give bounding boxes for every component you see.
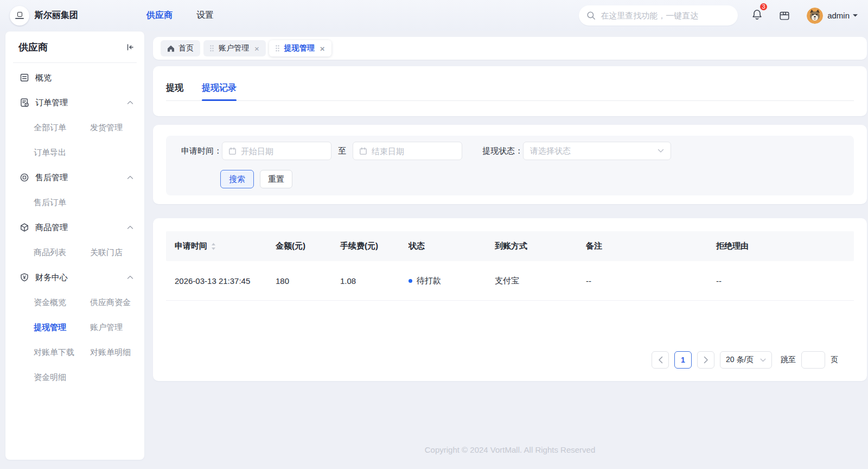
col-status: 状态	[409, 241, 495, 251]
withdraw-status-label: 提现状态：	[482, 146, 523, 156]
user-avatar[interactable]	[807, 8, 823, 24]
table-row[interactable]: 2026-03-13 21:37:45 180 1.08 待打款 支付宝 -- …	[166, 261, 854, 301]
col-note: 备注	[586, 241, 716, 251]
chevron-up-icon[interactable]	[127, 275, 133, 280]
workbench-store-button[interactable]	[778, 10, 790, 22]
collapse-icon	[126, 43, 135, 52]
sidebar-collapse-button[interactable]	[126, 43, 135, 52]
brand-logo	[10, 6, 29, 26]
sidebar-item-overview[interactable]: 概览	[5, 65, 144, 90]
cell-amount: 180	[276, 276, 340, 286]
cell-note: --	[586, 276, 716, 286]
sidebar-item-finance-center[interactable]: 财务中心	[5, 265, 144, 290]
sidebar-subitem-shipping[interactable]: 发货管理	[90, 115, 144, 140]
start-date-input[interactable]	[241, 147, 325, 156]
header-right: 3 admin	[579, 5, 858, 26]
chevron-up-icon[interactable]	[127, 175, 133, 180]
end-date-picker[interactable]	[353, 142, 462, 160]
sidebar-menu: 概览 订单管理 全部订单 发货管理 订单导出 售	[5, 63, 144, 390]
finance-center-icon	[20, 272, 29, 282]
tab-withdraw-records[interactable]: 提现记录	[202, 83, 237, 100]
col-reject-reason: 拒绝理由	[716, 241, 854, 251]
copyright-footer: Copyright © 2024 VortMall. All Rights Re…	[153, 445, 867, 454]
col-amount: 金额(元)	[276, 241, 340, 251]
withdraw-tabs-card: 提现 提现记录	[153, 66, 867, 116]
sidebar-subitem-account-management[interactable]: 账户管理	[90, 315, 144, 340]
sidebar: 供应商 概览 订单管	[5, 31, 144, 460]
sidebar-subitem-funds-detail[interactable]: 资金明细	[34, 365, 90, 390]
tab-withdraw[interactable]: 提现	[166, 83, 183, 100]
prev-page-button[interactable]	[652, 351, 669, 369]
sidebar-subitem-supplier-funds[interactable]: 供应商资金	[90, 290, 144, 315]
top-header: 斯尔丽集团 供应商 设置 3	[0, 0, 868, 31]
user-name[interactable]: admin	[827, 11, 850, 20]
brand-name: 斯尔丽集团	[35, 10, 78, 21]
sidebar-subitem-after-sale-orders[interactable]: 售后订单	[34, 190, 90, 215]
home-icon	[167, 45, 175, 52]
user-menu-caret-icon[interactable]	[852, 14, 858, 17]
apply-time-label: 申请时间：	[181, 146, 222, 156]
breadcrumb: 首页 账户管理 × 提现管理 ×	[153, 37, 867, 60]
chevron-down-icon	[658, 149, 664, 153]
page-unit-label: 页	[831, 355, 838, 365]
cell-apply-time: 2026-03-13 21:37:45	[175, 276, 276, 286]
table-header-row: 申请时间 金额(元) 手续费(元) 状态 到账方式 备注 拒绝理由	[166, 231, 854, 261]
filter-card: 申请时间： 至 提现状态： 请选择状态	[153, 125, 867, 204]
page-size-select[interactable]: 20 条/页	[720, 351, 772, 369]
close-icon[interactable]: ×	[320, 45, 325, 53]
nav-item-settings[interactable]: 设置	[196, 10, 214, 21]
main-content: 首页 账户管理 × 提现管理 × 提现 提现记录 申请时间：	[153, 31, 867, 454]
jump-to-page-input[interactable]	[801, 351, 825, 369]
breadcrumb-tab-home[interactable]: 首页	[161, 40, 200, 56]
chevron-up-icon[interactable]	[127, 100, 133, 105]
end-date-input[interactable]	[372, 147, 456, 156]
sidebar-subitem-order-export[interactable]: 订单导出	[34, 140, 90, 165]
to-label: 至	[338, 146, 346, 156]
search-input[interactable]	[601, 11, 730, 20]
chevron-up-icon[interactable]	[127, 225, 133, 230]
filter-panel: 申请时间： 至 提现状态： 请选择状态	[166, 136, 854, 195]
nav-item-supplier[interactable]: 供应商	[146, 10, 173, 21]
global-search[interactable]	[579, 5, 738, 26]
drag-handle-icon[interactable]	[210, 45, 214, 52]
breadcrumb-tab-withdrawal-management[interactable]: 提现管理 ×	[269, 40, 331, 56]
withdraw-records-table-card: 申请时间 金额(元) 手续费(元) 状态 到账方式 备注 拒绝理由 2026-0…	[153, 218, 867, 381]
sidebar-item-product-management[interactable]: 商品管理	[5, 215, 144, 240]
next-page-button[interactable]	[697, 351, 714, 369]
order-management-icon	[20, 98, 29, 107]
sort-icon[interactable]	[211, 243, 216, 250]
calendar-icon	[359, 147, 367, 155]
sidebar-subitem-funds-overview[interactable]: 资金概览	[34, 290, 90, 315]
sidebar-subitem-product-list[interactable]: 商品列表	[34, 240, 90, 265]
sidebar-subitem-withdrawal-management[interactable]: 提现管理	[34, 315, 90, 340]
chevron-down-icon	[760, 358, 766, 362]
store-icon	[778, 10, 790, 22]
chevron-left-icon	[658, 356, 663, 364]
sidebar-subitem-statement-download[interactable]: 对账单下载	[34, 340, 90, 365]
close-icon[interactable]: ×	[254, 45, 259, 53]
withdraw-status-select[interactable]: 请选择状态	[523, 142, 671, 160]
overview-icon	[20, 73, 29, 83]
cell-reject-reason: --	[716, 276, 854, 286]
col-method: 到账方式	[495, 241, 586, 251]
page-number-button[interactable]: 1	[674, 351, 692, 369]
sidebar-subitem-statement-detail[interactable]: 对账单明细	[90, 340, 144, 365]
sidebar-title: 供应商	[18, 41, 48, 54]
drag-handle-icon[interactable]	[276, 45, 279, 52]
search-icon	[586, 11, 596, 20]
reset-button[interactable]: 重置	[260, 170, 292, 188]
breadcrumb-tab-account-management[interactable]: 账户管理 ×	[203, 40, 266, 56]
pagination: 1 20 条/页 跳至 页	[652, 351, 838, 369]
sidebar-subitem-all-orders[interactable]: 全部订单	[34, 115, 90, 140]
status-dot	[409, 279, 412, 283]
top-nav: 供应商 设置	[146, 10, 214, 21]
notification-badge: 3	[759, 2, 768, 11]
sidebar-item-order-management[interactable]: 订单管理	[5, 90, 144, 115]
sidebar-subitem-linked-stores[interactable]: 关联门店	[90, 240, 144, 265]
cell-fee: 1.08	[340, 276, 409, 286]
notification-bell[interactable]: 3	[751, 8, 763, 23]
sidebar-item-after-sale[interactable]: 售后管理	[5, 165, 144, 190]
start-date-picker[interactable]	[222, 142, 331, 160]
search-button[interactable]: 搜索	[220, 170, 254, 188]
cell-status: 待打款	[409, 276, 495, 286]
